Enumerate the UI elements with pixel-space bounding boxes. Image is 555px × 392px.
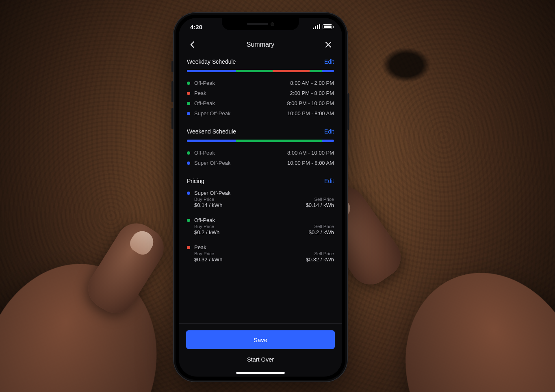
nav-bar: Summary bbox=[179, 36, 342, 56]
legend-dot-icon bbox=[187, 246, 190, 249]
timeline-segment-off_peak bbox=[236, 140, 322, 142]
pricing-row: Super Off-PeakBuy Price$0.14 / kWhSell P… bbox=[187, 190, 334, 211]
legend-dot-icon bbox=[187, 102, 190, 105]
timeline-segment-off_peak bbox=[310, 70, 322, 72]
weekend-row: Off-Peak8:00 AM - 10:00 PM bbox=[187, 148, 334, 158]
weekday-row: Off-Peak8:00 PM - 10:00 PM bbox=[187, 98, 334, 108]
timeline-segment-peak bbox=[273, 70, 310, 72]
buy-price-label: Buy Price bbox=[194, 197, 222, 202]
buy-price-label: Buy Price bbox=[194, 224, 219, 229]
weekday-label: Super Off-Peak bbox=[194, 110, 230, 116]
pricing-tier-label: Peak bbox=[194, 244, 206, 250]
weekday-row: Peak2:00 PM - 8:00 PM bbox=[187, 88, 334, 98]
phone-frame: 4:20 Summary Weekday Schedule Edit bbox=[173, 12, 348, 382]
legend-dot-icon bbox=[187, 112, 190, 115]
nav-title: Summary bbox=[198, 41, 323, 48]
timeline-segment-off_peak bbox=[236, 70, 273, 72]
legend-dot-icon bbox=[187, 219, 190, 222]
weekend-edit-link[interactable]: Edit bbox=[324, 128, 334, 135]
sell-price-label: Sell Price bbox=[306, 251, 334, 256]
phone-power-button bbox=[347, 93, 349, 130]
weekend-time: 10:00 PM - 8:00 AM bbox=[287, 160, 334, 166]
weekday-time: 8:00 PM - 10:00 PM bbox=[287, 100, 334, 106]
pricing-edit-link[interactable]: Edit bbox=[324, 178, 334, 184]
pricing-tier-label: Off-Peak bbox=[194, 217, 215, 223]
weekend-row: Super Off-Peak10:00 PM - 8:00 AM bbox=[187, 158, 334, 168]
cellular-signal-icon bbox=[313, 24, 320, 29]
legend-dot-icon bbox=[187, 151, 190, 155]
back-button[interactable] bbox=[187, 39, 198, 50]
content-scroll[interactable]: Weekday Schedule Edit Off-Peak8:00 AM - … bbox=[179, 56, 342, 333]
save-button[interactable]: Save bbox=[186, 330, 335, 349]
battery-icon bbox=[323, 24, 332, 29]
sell-price-value: $0.32 / kWh bbox=[306, 256, 334, 263]
phone-notch bbox=[222, 18, 299, 30]
phone-mute-switch bbox=[171, 61, 173, 72]
legend-dot-icon bbox=[187, 92, 190, 95]
sell-price-label: Sell Price bbox=[306, 197, 334, 202]
buy-price-value: $0.14 / kWh bbox=[194, 202, 222, 208]
legend-dot-icon bbox=[187, 82, 190, 85]
legend-dot-icon bbox=[187, 162, 190, 165]
close-icon bbox=[325, 41, 332, 48]
weekday-title: Weekday Schedule bbox=[187, 58, 236, 65]
bottom-bar: Save Start Over bbox=[179, 323, 342, 377]
pricing-title: Pricing bbox=[187, 178, 204, 184]
weekday-timeline bbox=[187, 70, 334, 72]
buy-price-label: Buy Price bbox=[194, 251, 222, 256]
buy-price-value: $0.32 / kWh bbox=[194, 256, 222, 263]
weekday-row: Off-Peak8:00 AM - 2:00 PM bbox=[187, 78, 334, 88]
weekday-row: Super Off-Peak10:00 PM - 8:00 AM bbox=[187, 108, 334, 118]
weekend-label: Off-Peak bbox=[194, 150, 215, 156]
pricing-row: Off-PeakBuy Price$0.2 / kWhSell Price$0.… bbox=[187, 217, 334, 239]
weekday-time: 2:00 PM - 8:00 PM bbox=[290, 90, 334, 96]
weekday-label: Off-Peak bbox=[194, 100, 215, 106]
weekday-label: Peak bbox=[194, 90, 206, 96]
home-indicator[interactable] bbox=[236, 372, 285, 374]
weekday-time: 10:00 PM - 8:00 AM bbox=[287, 110, 334, 116]
status-time: 4:20 bbox=[190, 24, 202, 30]
weekday-label: Off-Peak bbox=[194, 80, 215, 86]
sell-price-value: $0.14 / kWh bbox=[306, 202, 334, 208]
weekday-edit-link[interactable]: Edit bbox=[324, 58, 334, 65]
phone-volume-down bbox=[171, 108, 173, 129]
weekend-title: Weekend Schedule bbox=[187, 128, 236, 135]
weekend-timeline bbox=[187, 140, 334, 142]
pricing-row: PeakBuy Price$0.32 / kWhSell Price$0.32 … bbox=[187, 244, 334, 266]
pricing-tier-label: Super Off-Peak bbox=[194, 190, 230, 196]
weekday-time: 8:00 AM - 2:00 PM bbox=[290, 80, 334, 86]
sell-price-value: $0.2 / kWh bbox=[309, 229, 334, 235]
sell-price-label: Sell Price bbox=[309, 224, 334, 229]
phone-volume-up bbox=[171, 81, 173, 102]
chevron-left-icon bbox=[190, 41, 195, 48]
weekend-time: 8:00 AM - 10:00 PM bbox=[287, 150, 334, 156]
legend-dot-icon bbox=[187, 192, 190, 195]
buy-price-value: $0.2 / kWh bbox=[194, 229, 219, 235]
phone-screen: 4:20 Summary Weekday Schedule Edit bbox=[179, 18, 342, 377]
weekend-label: Super Off-Peak bbox=[194, 160, 230, 166]
start-over-button[interactable]: Start Over bbox=[186, 351, 335, 368]
close-button[interactable] bbox=[323, 39, 334, 50]
